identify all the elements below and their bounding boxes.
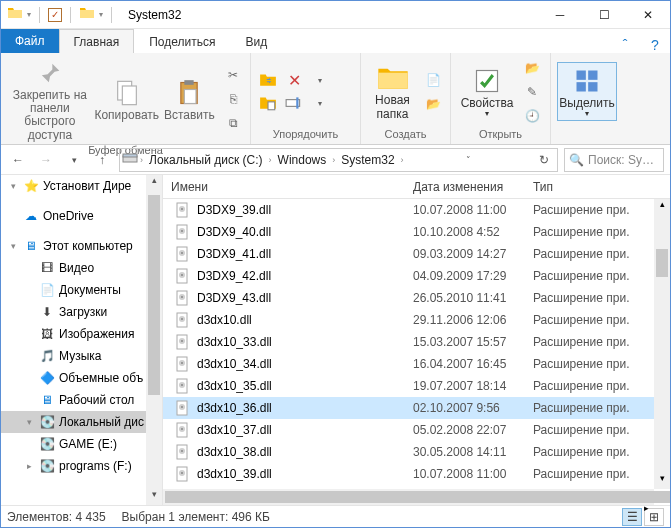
copy-button[interactable]: Копировать [97, 75, 157, 124]
tab-view[interactable]: Вид [230, 29, 282, 53]
paste-shortcut-icon[interactable]: ⧉ [222, 112, 244, 134]
expand-icon[interactable]: ▾ [7, 181, 19, 191]
file-row[interactable]: d3dx10_39.dll10.07.2008 11:00Расширение … [163, 463, 670, 485]
minimize-button[interactable]: ─ [538, 1, 582, 29]
help-icon[interactable]: ? [640, 37, 670, 53]
refresh-icon[interactable]: ↻ [533, 153, 555, 167]
new-item-icon[interactable]: 📄 [422, 69, 444, 91]
tab-share[interactable]: Поделиться [134, 29, 230, 53]
close-button[interactable]: ✕ [626, 1, 670, 29]
paste-button[interactable]: Вставить [161, 75, 218, 124]
maximize-button[interactable]: ☐ [582, 1, 626, 29]
file-row[interactable]: D3DX9_43.dll26.05.2010 11:41Расширение п… [163, 287, 670, 309]
chevron-right-icon[interactable]: › [269, 155, 272, 165]
open-icon[interactable]: 📂 [521, 57, 543, 79]
nav-item[interactable]: 💽GAME (E:) [1, 433, 162, 455]
delete-icon[interactable]: ✕ [283, 69, 305, 91]
select-button[interactable]: Выделить ▾ [557, 62, 617, 122]
qat-checkbox[interactable]: ✓ [48, 8, 62, 22]
file-row[interactable]: D3DX9_42.dll04.09.2009 17:29Расширение п… [163, 265, 670, 287]
list-vscrollbar[interactable]: ▴ ▾ [654, 199, 670, 489]
rename-icon[interactable] [283, 92, 305, 114]
properties-button[interactable]: Свойства ▾ [457, 63, 517, 121]
copy-to-icon[interactable] [257, 92, 279, 114]
search-input[interactable]: 🔍 Поиск: Sy… [564, 148, 664, 172]
file-row[interactable]: D3DX9_40.dll10.10.2008 4:52Расширение пр… [163, 221, 670, 243]
file-row[interactable]: d3dx10_34.dll16.04.2007 16:45Расширение … [163, 353, 670, 375]
file-row[interactable]: d3dx10_35.dll19.07.2007 18:14Расширение … [163, 375, 670, 397]
move-to-icon[interactable] [257, 69, 279, 91]
breadcrumb-segment[interactable]: Windows [274, 153, 331, 167]
forward-button[interactable]: → [35, 149, 57, 171]
file-row[interactable]: D3DX9_39.dll10.07.2008 11:00Расширение п… [163, 199, 670, 221]
nav-item[interactable]: ▸💽programs (F:) [1, 455, 162, 477]
file-row[interactable]: d3dx10.dll29.11.2006 12:06Расширение при… [163, 309, 670, 331]
nav-item[interactable]: ⬇Загрузки [1, 301, 162, 323]
recent-dropdown-icon[interactable]: ▾ [63, 149, 85, 171]
easy-access-icon[interactable]: 📂 [422, 93, 444, 115]
file-name: D3DX9_39.dll [197, 203, 271, 217]
edit-icon[interactable]: ✎ [521, 81, 543, 103]
qat-dropdown-icon[interactable]: ▾ [27, 10, 31, 19]
file-row[interactable]: d3dx10_37.dll05.02.2008 22:07Расширение … [163, 419, 670, 441]
scroll-down-icon[interactable]: ▾ [654, 473, 670, 489]
file-name: d3dx10_36.dll [197, 401, 272, 415]
expand-icon[interactable]: ▾ [23, 417, 35, 427]
svg-rect-9 [577, 70, 586, 79]
dropdown-icon[interactable]: ▾ [309, 92, 331, 114]
address-bar[interactable]: › Локальный диск (C:) › Windows › System… [119, 148, 558, 172]
qat-dropdown-icon[interactable]: ▾ [99, 10, 103, 19]
cut-icon[interactable]: ✂ [222, 64, 244, 86]
ribbon-collapse-icon[interactable]: ˆ [610, 37, 640, 53]
file-row[interactable]: d3dx10_38.dll30.05.2008 14:11Расширение … [163, 441, 670, 463]
scroll-right-icon[interactable]: ▸ [638, 503, 654, 513]
history-icon[interactable]: 🕘 [521, 105, 543, 127]
column-date[interactable]: Дата изменения [413, 180, 533, 194]
nav-item[interactable]: ☁OneDrive [1, 205, 162, 227]
nav-item[interactable]: ▾💽Локальный дис [1, 411, 162, 433]
nav-item[interactable]: 🔷Объемные объ [1, 367, 162, 389]
scroll-thumb[interactable] [165, 491, 671, 503]
scroll-up-icon[interactable]: ▴ [146, 175, 162, 191]
nav-item[interactable]: 📄Документы [1, 279, 162, 301]
nav-item[interactable]: 🎞Видео [1, 257, 162, 279]
scroll-thumb[interactable] [656, 249, 668, 277]
breadcrumb-segment[interactable]: System32 [337, 153, 398, 167]
nav-scrollbar[interactable]: ▴ ▾ [146, 175, 162, 505]
back-button[interactable]: ← [7, 149, 29, 171]
chevron-right-icon[interactable]: › [140, 155, 143, 165]
new-folder-button[interactable]: Новая папка [367, 60, 418, 122]
expand-icon[interactable]: ▸ [23, 461, 35, 471]
pin-button[interactable]: Закрепить на панели быстрого доступа [7, 55, 93, 144]
ribbon: Закрепить на панели быстрого доступа Коп… [1, 53, 670, 145]
breadcrumb-segment[interactable]: Локальный диск (C:) [145, 153, 267, 167]
nav-item-label: Музыка [59, 349, 101, 363]
dropdown-icon[interactable]: ˅ [460, 155, 477, 165]
nav-item[interactable]: ▾⭐Установит Дире [1, 175, 162, 197]
nav-item[interactable]: 🎵Музыка [1, 345, 162, 367]
chevron-right-icon[interactable]: › [332, 155, 335, 165]
up-button[interactable]: ↑ [91, 149, 113, 171]
column-name[interactable]: Имени [163, 180, 413, 194]
chevron-right-icon[interactable]: › [401, 155, 404, 165]
dropdown-icon[interactable]: ▾ [309, 69, 331, 91]
tab-file[interactable]: Файл [1, 29, 59, 53]
scroll-down-icon[interactable]: ▾ [146, 489, 162, 505]
nav-item[interactable]: 🖥Рабочий стол [1, 389, 162, 411]
scroll-thumb[interactable] [148, 195, 160, 395]
dll-file-icon [175, 466, 191, 482]
list-hscrollbar[interactable]: ◂ ▸ [163, 489, 654, 505]
tab-home[interactable]: Главная [59, 29, 135, 53]
nav-item[interactable]: 🖼Изображения [1, 323, 162, 345]
nav-item-label: Локальный дис [59, 415, 144, 429]
file-row[interactable]: D3DX9_41.dll09.03.2009 14:27Расширение п… [163, 243, 670, 265]
column-type[interactable]: Тип [533, 180, 670, 194]
nav-item-label: Объемные объ [59, 371, 143, 385]
file-row[interactable]: d3dx10_33.dll15.03.2007 15:57Расширение … [163, 331, 670, 353]
file-name: d3dx10_38.dll [197, 445, 272, 459]
expand-icon[interactable]: ▾ [7, 241, 19, 251]
file-row[interactable]: d3dx10_36.dll02.10.2007 9:56Расширение п… [163, 397, 670, 419]
nav-item[interactable]: ▾🖥Этот компьютер [1, 235, 162, 257]
copy-path-icon[interactable]: ⎘ [222, 88, 244, 110]
scroll-up-icon[interactable]: ▴ [654, 199, 670, 215]
